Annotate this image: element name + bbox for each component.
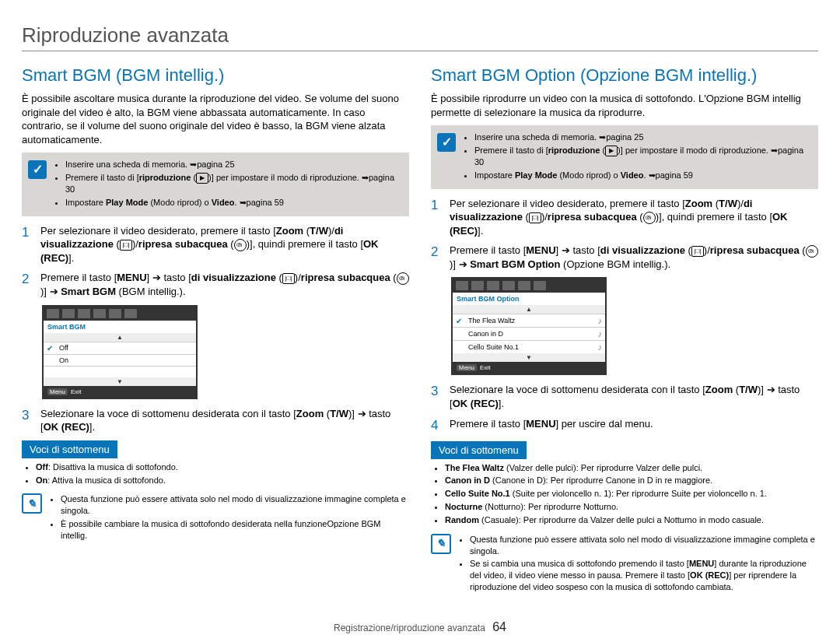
right-heading: Smart BGM Option (Opzione BGM intellig.) — [431, 65, 818, 86]
prereq-item: Inserire una scheda di memoria. ➥pagina … — [65, 159, 401, 170]
shot-option-list: ✔The Flea Waltz♪ Canon in D♪ Cello Suite… — [453, 314, 605, 353]
left-submenu: Off: Disattiva la musica di sottofondo. … — [22, 461, 409, 486]
left-prereq-box: ✓ Inserire una scheda di memoria. ➥pagin… — [22, 153, 409, 216]
check-icon: ✓ — [28, 160, 47, 179]
right-steps-cont: 3 Selezionare la voce di sottomenu desid… — [431, 383, 818, 434]
page-title: Riproduzione avanzata — [22, 23, 818, 47]
step-2: 2 Premere il tasto [MENU] ➔ tasto [di vi… — [431, 244, 818, 271]
step-number: 2 — [431, 244, 442, 271]
step-number: 3 — [22, 407, 33, 434]
step-text: Premere il tasto [MENU] ➔ tasto [di visu… — [40, 271, 409, 298]
submenu-heading: Voci di sottomenu — [431, 441, 527, 459]
step-number: 4 — [431, 417, 442, 435]
note-item: Se si cambia una musica di sottofondo pr… — [470, 558, 818, 593]
prereq-item: Impostare Play Mode (Modo riprod) o Vide… — [474, 170, 810, 181]
submenu-item: The Flea Waltz (Valzer delle pulci): Per… — [445, 462, 818, 474]
step-number: 1 — [22, 224, 33, 265]
step-text: Per selezionare il video desiderato, pre… — [40, 224, 409, 265]
manual-page: Riproduzione avanzata Smart BGM (BGM int… — [0, 0, 840, 642]
submenu-item: Off: Disattiva la musica di sottofondo. — [36, 461, 409, 473]
submenu-item: Cello Suite No.1 (Suite per violoncello … — [445, 488, 818, 500]
prereq-item: Premere il tasto di [riproduzione (▶)] p… — [65, 172, 401, 195]
music-note-icon: ♪ — [598, 329, 603, 339]
shot-option-row[interactable]: ✔Off — [44, 342, 196, 354]
submenu-item: Nocturne (Notturno): Per riprodurre Nott… — [445, 501, 818, 513]
right-prereq-box: ✓ Inserire una scheda di memoria. ➥pagin… — [431, 125, 818, 189]
shot-option-row[interactable]: ✔The Flea Waltz♪ — [453, 314, 605, 327]
step-text: Per selezionare il video desiderato, pre… — [450, 197, 818, 238]
display-icon: |□| — [691, 246, 704, 257]
music-note-icon: ♪ — [598, 316, 603, 325]
prereq-item: Inserire una scheda di memoria. ➥pagina … — [474, 132, 810, 143]
left-ui-screenshot: Smart BGM ▲ ✔Off On ▼ MenuExit — [42, 305, 198, 399]
step-3: 3 Selezionare la voce di sottomenu desid… — [431, 383, 818, 410]
left-heading: Smart BGM (BGM intellig.) — [22, 65, 409, 86]
underwater-icon: ෧ — [806, 245, 818, 258]
step-text: Selezionare la voce di sottomenu desider… — [450, 383, 818, 410]
up-arrow-icon: ▲ — [453, 305, 605, 314]
play-icon: ▶ — [605, 146, 618, 156]
left-prereq-list: Inserire una scheda di memoria. ➥pagina … — [54, 159, 401, 210]
play-icon: ▶ — [196, 173, 208, 184]
menu-button-label: Menu — [457, 364, 477, 371]
prereq-item: Premere il tasto di [riproduzione (▶)] p… — [474, 145, 810, 168]
shot-option-row[interactable]: Cello Suite No.1♪ — [453, 340, 605, 353]
step-4: 4 Premere il tasto [MENU] per uscire dal… — [431, 417, 818, 435]
left-steps-cont: 3 Selezionare la voce di sottomenu desid… — [22, 407, 409, 434]
menu-button-label: Menu — [47, 388, 68, 395]
right-column: Smart BGM Option (Opzione BGM intellig.)… — [431, 65, 818, 595]
page-footer: Registrazione/riproduzione avanzata 64 — [0, 620, 840, 634]
submenu-item: Canon in D (Canone in D): Per riprodurre… — [445, 475, 818, 486]
underwater-icon: ෧ — [643, 212, 656, 224]
down-arrow-icon: ▼ — [453, 353, 605, 362]
shot-option-list: ✔Off On — [44, 342, 196, 377]
step-text: Selezionare la voce di sottomenu desider… — [40, 407, 409, 434]
shot-footer: MenuExit — [453, 362, 605, 374]
step-text: Premere il tasto [MENU] ➔ tasto [di visu… — [450, 244, 818, 271]
check-icon: ✓ — [437, 133, 456, 152]
step-2: 2 Premere il tasto [MENU] ➔ tasto [di vi… — [22, 271, 409, 298]
left-steps: 1 Per selezionare il video desiderato, p… — [22, 224, 409, 299]
music-note-icon: ♪ — [598, 342, 603, 352]
right-note-box: ✎ Questa funzione può essere attivata so… — [431, 534, 818, 595]
shot-menu-title: Smart BGM Option — [453, 293, 605, 305]
submenu-item: Random (Casuale): Per riprodurre da Valz… — [445, 514, 818, 526]
display-icon: |□| — [120, 240, 132, 251]
down-arrow-icon: ▼ — [44, 377, 196, 386]
display-icon: |□| — [529, 212, 541, 223]
up-arrow-icon: ▲ — [44, 333, 196, 342]
step-text: Premere il tasto [MENU] per uscire dal m… — [450, 417, 818, 435]
submenu-heading: Voci di sottomenu — [22, 440, 117, 458]
shot-icon-bar — [453, 279, 605, 293]
info-icon: ✎ — [431, 534, 451, 554]
step-1: 1 Per selezionare il video desiderato, p… — [431, 197, 818, 238]
submenu-item: On: Attiva la musica di sottofondo. — [36, 475, 409, 486]
shot-icon-bar — [44, 307, 196, 321]
right-submenu: The Flea Waltz (Valzer delle pulci): Per… — [431, 462, 818, 526]
shot-footer: MenuExit — [44, 386, 196, 398]
check-icon: ✔ — [47, 344, 56, 353]
check-icon: ✔ — [456, 317, 465, 325]
info-icon: ✎ — [22, 493, 42, 514]
title-rule — [22, 51, 818, 51]
columns: Smart BGM (BGM intellig.) È possibile as… — [22, 65, 818, 595]
step-number: 2 — [22, 271, 33, 298]
footer-section: Registrazione/riproduzione avanzata — [334, 623, 485, 633]
note-item: È possibile cambiare la musica di sottof… — [61, 518, 409, 542]
shot-option-row — [44, 366, 196, 377]
shot-option-row[interactable]: Canon in D♪ — [453, 327, 605, 340]
right-intro: È possibile riprodurre un video con la m… — [431, 92, 818, 119]
underwater-icon: ෧ — [397, 272, 409, 285]
prereq-item: Impostare Play Mode (Modo riprod) o Vide… — [65, 197, 401, 209]
right-ui-screenshot: Smart BGM Option ▲ ✔The Flea Waltz♪ Cano… — [451, 277, 607, 375]
right-steps: 1 Per selezionare il video desiderato, p… — [431, 197, 818, 272]
note-item: Questa funzione può essere attivata solo… — [61, 493, 409, 517]
step-1: 1 Per selezionare il video desiderato, p… — [22, 224, 409, 265]
step-number: 1 — [431, 197, 442, 238]
shot-option-row[interactable]: On — [44, 354, 196, 366]
left-note-box: ✎ Questa funzione può essere attivata so… — [22, 493, 409, 542]
step-number: 3 — [431, 383, 442, 410]
underwater-icon: ෧ — [234, 239, 247, 251]
right-prereq-list: Inserire una scheda di memoria. ➥pagina … — [464, 132, 810, 183]
page-number: 64 — [492, 620, 506, 633]
